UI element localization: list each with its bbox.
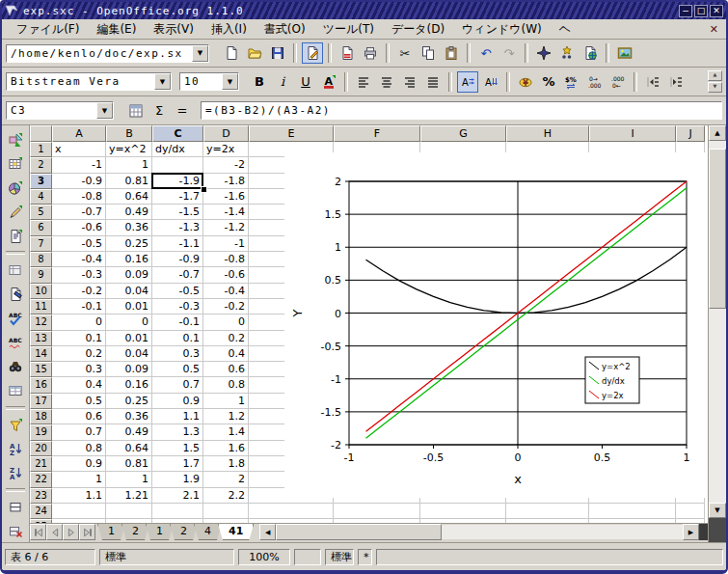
cell-B12[interactable]: 0 — [106, 314, 152, 330]
row-header-24[interactable]: 24 — [30, 504, 52, 519]
cell-A17[interactable]: 0.5 — [52, 394, 106, 409]
cell-C7[interactable]: -1.1 — [152, 236, 203, 252]
first-sheet-button[interactable] — [30, 524, 46, 540]
cell-B14[interactable]: 0.04 — [106, 346, 152, 362]
cell-D22[interactable]: 2 — [203, 472, 249, 487]
maximize-button[interactable]: □ — [694, 5, 708, 17]
title-bar[interactable]: exp.sxc - OpenOffice.org 1.1.0 − □ ✕ — [2, 2, 726, 19]
cell-C19[interactable]: 1.3 — [152, 424, 203, 440]
scroll-right-button[interactable]: ▶ — [683, 524, 699, 540]
cell-C23[interactable]: 2.1 — [152, 488, 203, 504]
cell-D15[interactable]: 0.6 — [203, 362, 249, 377]
sort-descending-button[interactable]: ZA — [4, 462, 27, 483]
cell-D4[interactable]: -1.6 — [203, 189, 249, 205]
cell-A21[interactable]: 0.9 — [52, 456, 106, 472]
cell-B13[interactable]: 0.01 — [106, 331, 152, 346]
column-header-J[interactable]: J — [676, 125, 705, 142]
column-header-C[interactable]: C — [152, 125, 203, 142]
cell-A20[interactable]: 0.8 — [52, 441, 106, 456]
stylist-button[interactable] — [556, 42, 578, 64]
gallery-button[interactable] — [614, 42, 635, 64]
cell-A1[interactable]: x — [52, 142, 106, 157]
previous-sheet-button[interactable] — [46, 524, 63, 540]
row-header-8[interactable]: 8 — [30, 252, 52, 267]
row-header-19[interactable]: 19 — [30, 424, 52, 440]
cell-D23[interactable]: 2.2 — [203, 488, 249, 504]
sort-ascending-button[interactable]: AZ — [4, 438, 27, 459]
cell[interactable] — [589, 519, 676, 523]
edit-file-button[interactable] — [302, 42, 323, 64]
cell-B10[interactable]: 0.04 — [106, 284, 152, 299]
function-wizard-button[interactable] — [125, 100, 147, 122]
text-direction-horizontal-button[interactable]: A — [457, 71, 478, 93]
cell[interactable] — [249, 504, 334, 519]
vertical-scroll-thumb[interactable] — [709, 149, 726, 309]
menu-window[interactable]: ウィンドウ(W) — [453, 19, 551, 40]
cell-C9[interactable]: -0.7 — [152, 267, 203, 283]
cell-C12[interactable]: -0.1 — [152, 314, 203, 330]
embedded-chart[interactable]: 21.510.50-0.5-1-1.5-2-1-0.500.51xYy=x^2d… — [284, 152, 707, 498]
cell-A18[interactable]: 0.6 — [52, 409, 106, 424]
close-button[interactable]: ✕ — [710, 5, 723, 17]
cell-B9[interactable]: 0.09 — [106, 267, 152, 283]
cell[interactable] — [676, 519, 705, 523]
column-header-F[interactable]: F — [334, 125, 420, 142]
cell-B2[interactable]: 1 — [106, 157, 152, 173]
cell-C13[interactable]: 0.1 — [152, 331, 203, 346]
formula-input[interactable]: =(B3-B2)/(A3-A2) — [201, 101, 722, 120]
last-sheet-button[interactable] — [79, 524, 95, 540]
font-size-dropdown-icon[interactable]: ▼ — [222, 73, 238, 90]
cell-D3[interactable]: -1.8 — [203, 174, 249, 189]
insert-mode-field[interactable]: 標準 — [325, 549, 354, 565]
cell-D1[interactable]: y=2x — [203, 142, 249, 157]
new-document-button[interactable] — [221, 42, 242, 64]
cell[interactable] — [334, 519, 420, 523]
cell-C5[interactable]: -1.5 — [152, 205, 203, 220]
cell[interactable] — [52, 504, 106, 519]
underline-button[interactable]: U — [295, 71, 316, 93]
menu-help[interactable]: ヘ — [551, 19, 580, 40]
insert-fields-button[interactable] — [4, 226, 27, 247]
menu-edit[interactable]: 編集(E) — [88, 19, 145, 40]
cell[interactable] — [203, 504, 249, 519]
save-button[interactable] — [267, 42, 288, 64]
text-direction-vertical-button[interactable]: A — [480, 71, 501, 93]
align-left-button[interactable] — [353, 71, 374, 93]
number-format-percent-button[interactable]: % — [538, 71, 559, 93]
cell-A6[interactable]: -0.6 — [52, 220, 106, 235]
cell-A15[interactable]: 0.3 — [52, 362, 106, 377]
cell-A9[interactable]: -0.3 — [52, 267, 106, 283]
sheet-tab-41-active-5[interactable]: 41 — [218, 524, 254, 540]
sheet-tab-1-2[interactable]: 1 — [146, 524, 174, 540]
cell-D18[interactable]: 1.2 — [203, 409, 249, 424]
scroll-down-button[interactable]: ▼ — [709, 503, 726, 518]
spellcheck-button[interactable]: ABC — [4, 308, 27, 329]
row-header-16[interactable]: 16 — [30, 377, 52, 393]
column-header-I[interactable]: I — [589, 125, 676, 142]
menu-data[interactable]: データ(D) — [383, 19, 453, 40]
font-size-value[interactable]: 10 — [180, 73, 222, 90]
horizontal-scroll-track[interactable] — [442, 525, 683, 539]
column-header-E[interactable]: E — [249, 125, 334, 142]
row-header-21[interactable]: 21 — [30, 456, 52, 472]
cell-B17[interactable]: 0.25 — [106, 394, 152, 409]
web-document-button[interactable] — [580, 42, 601, 64]
cell-A12[interactable]: 0 — [52, 314, 106, 330]
autofilter-button[interactable] — [4, 415, 27, 436]
cell[interactable] — [506, 504, 589, 519]
spinner-down-icon[interactable]: ▼ — [708, 82, 722, 93]
font-size-combobox[interactable]: 10 ▼ — [179, 72, 239, 91]
row-header-5[interactable]: 5 — [30, 205, 52, 220]
column-header-H[interactable]: H — [506, 125, 589, 142]
horizontal-scroll-thumb[interactable] — [276, 524, 442, 540]
cell-D6[interactable]: -1.2 — [203, 220, 249, 235]
url-value[interactable]: /home/kenlo/doc/exp.sx — [7, 45, 192, 62]
cell-C17[interactable]: 0.9 — [152, 394, 203, 409]
increase-indent-button[interactable] — [665, 71, 687, 93]
column-header-D[interactable]: D — [203, 125, 249, 142]
font-name-dropdown-icon[interactable]: ▼ — [154, 73, 171, 90]
cell-C3[interactable]: -1.9 — [152, 174, 203, 189]
column-header-A[interactable]: A — [52, 125, 106, 142]
font-color-button[interactable]: A — [318, 71, 339, 93]
row-header-1[interactable]: 1 — [30, 142, 52, 157]
